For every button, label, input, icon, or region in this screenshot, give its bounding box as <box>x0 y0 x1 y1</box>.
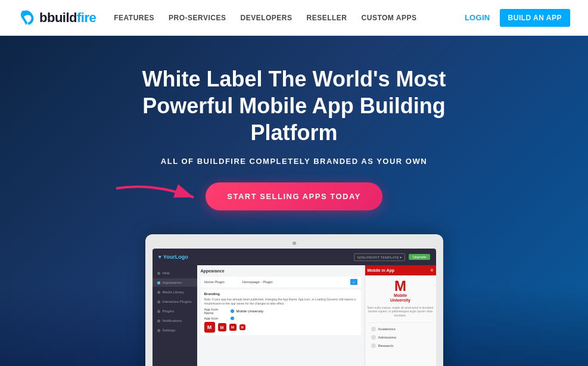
logo[interactable]: bbuildfire <box>18 8 96 27</box>
laptop-mockup: ♥ YourLogo NON-PROFIT TEMPLATE ▾ Upgrade… <box>0 234 588 366</box>
app-name-input[interactable]: Mobile University <box>237 309 264 313</box>
interactive-icon <box>157 300 160 303</box>
appearance-icon <box>157 281 160 284</box>
appearance-section-title: Appearance <box>201 269 361 273</box>
sidebar-item-notifications[interactable]: Notifications <box>153 317 197 325</box>
app-icon-field[interactable]: App Icon <box>204 317 357 320</box>
logo-icon <box>18 8 37 27</box>
app-sidebar: Help Appearance Media Library Inter <box>153 265 197 366</box>
logo-build: build <box>47 10 77 25</box>
notifications-icon <box>157 320 160 322</box>
nav-actions: LOGIN BUILD AN APP <box>465 9 570 27</box>
app-header: ♥ YourLogo NON-PROFIT TEMPLATE ▾ Upgrade <box>153 249 436 265</box>
laptop-frame: ♥ YourLogo NON-PROFIT TEMPLATE ▾ Upgrade… <box>145 234 443 366</box>
preview-divider <box>368 322 434 323</box>
sidebar-item-appearance[interactable]: Appearance <box>153 278 197 287</box>
home-plugin-row[interactable]: Home Plugin Homepage - Plugin ⌕ <box>201 277 361 287</box>
app-name-field[interactable]: App Icon Name Mobile University <box>204 308 357 315</box>
icon-preview-1: M <box>204 322 215 333</box>
app-logo: ♥ YourLogo <box>158 254 188 260</box>
icon-preview-4: M <box>239 324 245 330</box>
research-label: Research <box>378 344 394 348</box>
plugins-icon <box>157 310 160 313</box>
icon-preview-3: M <box>229 324 237 331</box>
upgrade-button[interactable]: Upgrade <box>409 254 430 260</box>
info-icon <box>231 309 234 313</box>
login-button[interactable]: LOGIN <box>465 13 490 22</box>
nav-links: FEATURES PRO-SERVICES DEVELOPERS RESELLE… <box>114 14 465 22</box>
home-plugin-value: Homepage - Plugin <box>242 280 348 284</box>
home-plugin-search-button[interactable]: ⌕ <box>350 279 357 285</box>
branding-title: Branding <box>204 292 357 296</box>
logo-b: b <box>39 10 47 25</box>
preview-menu-research[interactable]: Research <box>368 342 434 350</box>
icon-preview-2: M <box>218 323 226 331</box>
sidebar-label-interactive: Interactive Plugins <box>163 300 192 303</box>
app-logo-text: YourLogo <box>163 254 188 260</box>
help-icon <box>157 272 160 275</box>
preview-header: Mobile in App ≡ <box>365 265 436 275</box>
academics-label: Academics <box>378 327 396 331</box>
hero-title: White Label The World's Most Powerful Mo… <box>127 66 461 146</box>
nav-reseller[interactable]: RESELLER <box>307 14 347 22</box>
app-icon-label: App Icon <box>204 317 228 320</box>
app-header-right: NON-PROFIT TEMPLATE ▾ Upgrade <box>354 253 430 261</box>
sidebar-label-media: Media Library <box>163 290 184 294</box>
laptop-camera-bar <box>153 241 436 245</box>
heart-icon: ♥ <box>158 254 161 260</box>
home-plugin-label: Home Plugin <box>204 280 240 284</box>
search-icon: ⌕ <box>353 280 355 284</box>
app-name-label: App Icon Name <box>204 308 228 315</box>
nav-features[interactable]: FEATURES <box>114 14 154 22</box>
app-body: Help Appearance Media Library Inter <box>153 265 436 366</box>
hero-subtitle: ALL OF BUILDFIRE COMPLETELY BRANDED AS Y… <box>161 157 427 166</box>
preview-label: Mobile in App <box>368 268 395 272</box>
preview-description: Nam nulla massa, mattis sit amet amsl in… <box>368 306 434 318</box>
preview-body: M MobileUniversity Nam nulla massa, matt… <box>365 275 436 366</box>
sidebar-label-appearance: Appearance <box>163 281 182 284</box>
arrow-icon <box>104 176 211 218</box>
info-icon-2 <box>231 317 234 320</box>
laptop-camera <box>293 241 296 245</box>
logo-fire: fire <box>77 10 96 25</box>
nav-pro-services[interactable]: PRO-SERVICES <box>169 14 226 22</box>
app-main-content: Appearance Home Plugin Homepage - Plugin… <box>197 265 365 366</box>
academics-icon <box>371 327 376 331</box>
preview-menu-icon: ≡ <box>431 268 434 273</box>
branding-warning: Note: If your app has already been publi… <box>204 297 357 305</box>
sidebar-item-interactive[interactable]: Interactive Plugins <box>153 297 197 306</box>
template-badge[interactable]: NON-PROFIT TEMPLATE ▾ <box>354 253 406 261</box>
preview-menu-academics[interactable]: Academics <box>368 325 434 333</box>
admissions-label: Admissions <box>378 336 397 339</box>
admissions-icon <box>371 335 376 340</box>
nav-developers[interactable]: DEVELOPERS <box>241 14 293 22</box>
nav-custom-apps[interactable]: CUSTOM APPS <box>362 14 417 22</box>
preview-university-name: MobileUniversity <box>390 293 410 303</box>
cta-button[interactable]: START SELLING APPS TODAY <box>206 182 382 210</box>
sidebar-label-notifications: Notifications <box>163 319 182 322</box>
icon-preview-row: M M M M <box>204 322 357 333</box>
sidebar-label-help: Help <box>163 271 170 275</box>
laptop-screen: ♥ YourLogo NON-PROFIT TEMPLATE ▾ Upgrade… <box>153 249 436 366</box>
branding-section: Branding Note: If your app has already b… <box>201 290 361 335</box>
hero-section: White Label The World's Most Powerful Mo… <box>0 36 588 366</box>
sidebar-item-help[interactable]: Help <box>153 269 197 277</box>
media-icon <box>157 291 160 294</box>
cta-wrapper: START SELLING APPS TODAY <box>206 182 382 210</box>
preview-logo-letter: M <box>394 279 406 293</box>
svg-point-0 <box>23 11 25 13</box>
build-app-button[interactable]: BUILD AN APP <box>500 9 570 27</box>
sidebar-label-plugins: Plugins <box>163 309 175 313</box>
sidebar-item-plugins[interactable]: Plugins <box>153 307 197 315</box>
sidebar-item-media[interactable]: Media Library <box>153 288 197 296</box>
settings-icon <box>157 329 160 332</box>
preview-menu-admissions[interactable]: Admissions <box>368 333 434 342</box>
sidebar-item-settings[interactable]: Settings <box>153 326 197 334</box>
sidebar-label-settings: Settings <box>163 328 176 332</box>
app-preview-panel: Mobile in App ≡ M MobileUniversity Nam n… <box>365 265 436 366</box>
research-icon <box>371 343 376 348</box>
navbar: bbuildfire FEATURES PRO-SERVICES DEVELOP… <box>0 0 588 36</box>
